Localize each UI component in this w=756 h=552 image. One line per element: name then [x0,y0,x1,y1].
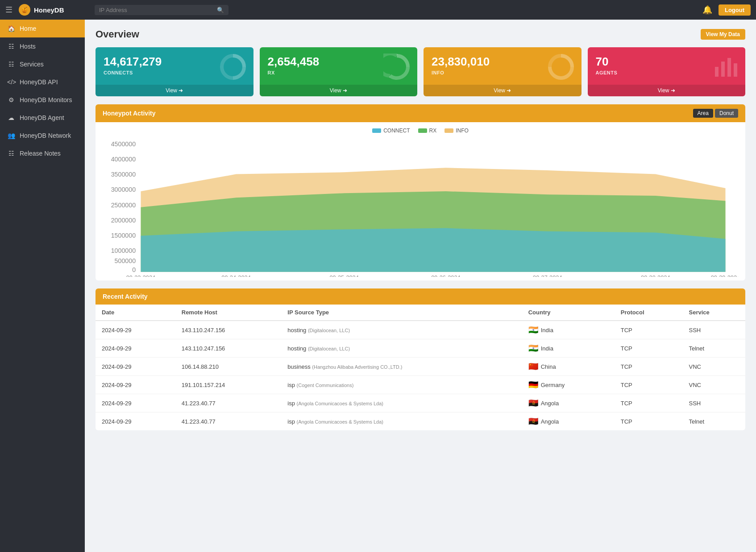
sidebar-item-services[interactable]: ☷ Services [0,55,85,73]
api-icon: </> [7,78,15,86]
svg-text:1000000: 1000000 [111,247,136,254]
search-input[interactable] [99,7,217,13]
recent-activity-title: Recent Activity [103,293,148,300]
sidebar-label-release-notes: Release Notes [20,150,61,157]
svg-text:09-23-2024: 09-23-2024 [126,274,155,277]
cell-remote-host[interactable]: 41.223.40.77 [175,394,282,412]
cell-service[interactable]: VNC [682,358,745,376]
cell-service[interactable]: SSH [682,321,745,339]
country-name: India [541,345,553,352]
country-name: India [541,327,553,334]
cell-date: 2024-09-29 [96,394,175,412]
cell-date: 2024-09-29 [96,376,175,394]
cell-service[interactable]: Telnet [682,412,745,431]
search-icon: 🔍 [217,7,224,13]
cell-remote-host[interactable]: 191.101.157.214 [175,376,282,394]
hamburger-icon[interactable]: ☰ [5,5,12,15]
cell-service[interactable]: VNC [682,376,745,394]
connect-legend-label: CONNECT [383,128,410,134]
cell-country: 🇮🇳 India [522,321,615,339]
agents-view-link[interactable]: View ➜ [588,85,746,96]
cell-service[interactable]: Telnet [682,339,745,358]
logo-area: 🍯 HoneyDB [19,4,90,16]
topbar: ☰ 🍯 HoneyDB 🔍 🔔 Logout [0,0,756,20]
cell-remote-host[interactable]: 106.14.88.210 [175,358,282,376]
flag-icon: 🇮🇳 [528,325,538,335]
bell-icon[interactable]: 🔔 [702,5,712,15]
recent-activity-header: Recent Activity [96,288,745,305]
svg-text:1500000: 1500000 [111,232,136,239]
cell-country: 🇦🇴 Angola [522,412,615,431]
rx-view-link[interactable]: View ➜ [260,85,418,96]
flag-icon: 🇮🇳 [528,343,538,353]
app-name: HoneyDB [34,6,64,14]
cell-ip-source: hosting (Digitalocean, LLC) [281,321,522,339]
recent-activity-section: Recent Activity Date Remote Host IP Sour… [96,288,745,430]
cell-service[interactable]: SSH [682,394,745,412]
stat-card-info: 23,830,010 INFO View ➜ [424,47,582,96]
cell-protocol: TCP [615,358,683,376]
sidebar-label-home: Home [20,25,36,32]
cell-country: 🇨🇳 China [522,358,615,376]
topbar-right: 🔔 Logout [702,4,751,16]
cell-remote-host[interactable]: 143.110.247.156 [175,321,282,339]
svg-text:09-27-2024: 09-27-2024 [533,274,562,277]
legend-rx: RX [418,128,437,134]
cell-date: 2024-09-29 [96,412,175,431]
honeypot-activity-section: Honeypot Activity Area Donut CONNECT RX [96,104,745,280]
svg-rect-3 [734,63,737,77]
svg-text:3000000: 3000000 [111,186,136,193]
honeypot-activity-header: Honeypot Activity Area Donut [96,104,745,122]
connects-chart-icon [220,54,246,85]
sidebar-label-api: HoneyDB API [20,78,58,86]
cell-country: 🇦🇴 Angola [522,394,615,412]
cell-country: 🇮🇳 India [522,339,615,358]
cell-remote-host[interactable]: 143.110.247.156 [175,339,282,358]
sidebar-item-release-notes[interactable]: ☷ Release Notes [0,144,85,162]
col-ip-source-type: IP Source Type [281,305,522,321]
svg-text:09-24-2024: 09-24-2024 [221,274,250,277]
agents-chart-icon [711,54,738,85]
sidebar-item-home[interactable]: 🏠 Home [0,20,85,37]
sidebar-item-monitors[interactable]: ⚙ HoneyDB Monitors [0,91,85,109]
area-chart-button[interactable]: Area [693,109,713,118]
sidebar-item-api[interactable]: </> HoneyDB API [0,73,85,91]
connect-legend-dot [372,128,381,133]
cell-protocol: TCP [615,321,683,339]
cell-date: 2024-09-29 [96,358,175,376]
cell-ip-source: isp (Cogent Communications) [281,376,522,394]
info-view-link[interactable]: View ➜ [424,85,582,96]
donut-chart-button[interactable]: Donut [715,109,738,118]
layout: 🏠 Home ☷ Hosts ☷ Services </> HoneyDB AP… [0,20,756,552]
cell-remote-host[interactable]: 41.223.40.77 [175,412,282,431]
rx-legend-label: RX [429,128,437,134]
logout-button[interactable]: Logout [719,4,751,16]
sidebar-label-hosts: Hosts [20,43,36,50]
sidebar-item-hosts[interactable]: ☷ Hosts [0,37,85,55]
stat-card-connects: 14,617,279 CONNECTS View ➜ [96,47,253,96]
sidebar-item-agent[interactable]: ☁ HoneyDB Agent [0,109,85,127]
release-notes-icon: ☷ [7,150,15,157]
agent-icon: ☁ [7,114,15,121]
table-row: 2024-09-29 191.101.157.214 isp (Cogent C… [96,376,745,394]
sidebar-item-network[interactable]: 👥 HoneyDB Network [0,127,85,144]
info-chart-icon [548,54,574,85]
svg-text:3500000: 3500000 [111,171,136,178]
connects-view-link[interactable]: View ➜ [96,85,253,96]
search-box[interactable]: 🔍 [95,5,228,15]
hosts-icon: ☷ [7,43,15,50]
col-remote-host: Remote Host [175,305,282,321]
stat-card-agents: 70 AGENTS View ➜ [588,47,746,96]
rx-legend-dot [418,128,427,133]
svg-rect-1 [721,62,725,77]
svg-text:09-29-2024: 09-29-2024 [711,274,738,277]
cell-date: 2024-09-29 [96,321,175,339]
cell-ip-source: hosting (Digitalocean, LLC) [281,339,522,358]
overview-header: Overview View My Data [96,29,745,40]
view-my-data-button[interactable]: View My Data [701,29,745,40]
logo-icon: 🍯 [19,4,30,16]
home-icon: 🏠 [7,25,15,32]
stat-card-rx: 2,654,458 RX View ➜ [260,47,418,96]
table-row: 2024-09-29 106.14.88.210 business (Hangz… [96,358,745,376]
chart-area: CONNECT RX INFO 4500000 40000 [96,122,745,280]
